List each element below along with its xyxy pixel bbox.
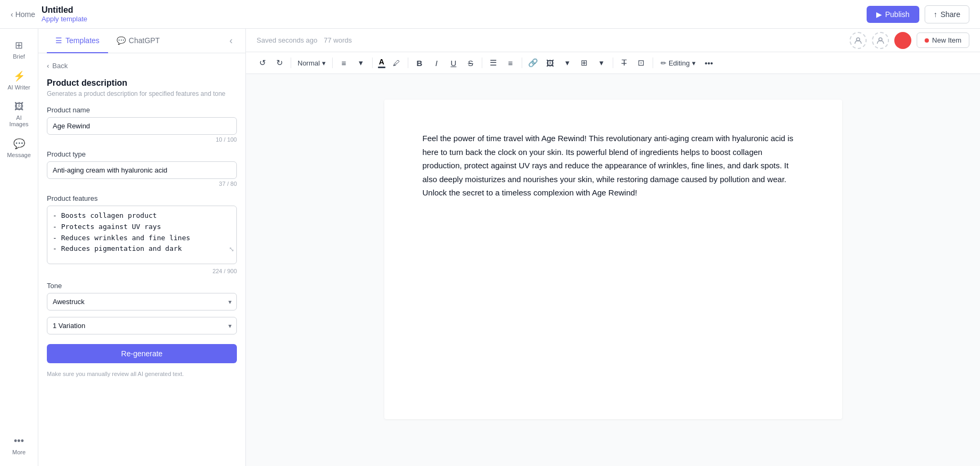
bold-button[interactable]: B [411,55,427,70]
title-section: Untitled Apply template [42,5,87,23]
product-type-char-count: 37 / 80 [47,181,237,187]
new-item-label: New Item [932,36,961,44]
editor-paragraph[interactable]: Feel the power of time travel with Age R… [423,132,804,200]
ordered-list-button[interactable]: ≡ [503,55,518,70]
table-button[interactable]: ⊞ [577,55,592,70]
text-color-button[interactable]: A [376,56,388,69]
top-bar-right: ▶ Publish ↑ Share [867,5,969,23]
variation-select[interactable]: 1 Variation 2 Variations 3 Variations [47,317,237,334]
link-button[interactable]: 🔗 [525,55,541,70]
text-color-a-icon: A [379,58,384,66]
editing-label: Editing [669,59,690,67]
tone-select[interactable]: Awestruck Casual Formal Inspirational [47,293,237,310]
highlight-icon: 🖊 [393,59,400,67]
italic-button[interactable]: I [429,55,444,70]
collapse-panel-button[interactable]: ‹ [225,35,237,46]
brief-label: Brief [13,53,25,60]
redo-button[interactable]: ↻ [271,55,287,70]
style-dropdown[interactable]: Normal ▾ [294,57,329,69]
variation-wrapper: 1 Variation 2 Variations 3 Variations ▾ [47,317,237,334]
left-panel: ☰ Templates 💬 ChatGPT ‹ ‹ Back Product d… [38,29,246,466]
more-label: More [12,449,26,455]
more-options-button[interactable]: ••• [701,55,717,70]
back-chevron-icon: ‹ [47,62,49,70]
tab-chatgpt[interactable]: 💬 ChatGPT [108,29,168,53]
share-button[interactable]: ↑ Share [925,5,969,23]
home-link[interactable]: ‹ Home [11,10,35,19]
sidebar-item-brief[interactable]: ⊞ Brief [3,35,35,64]
editor-topbar: Saved seconds ago 77 words [246,29,980,52]
main-layout: ⊞ Brief ⚡ AI Writer 🖼 AI Images 💬 Messag… [0,29,980,466]
user-avatar[interactable] [894,32,911,49]
editing-chevron-icon: ▾ [692,59,696,67]
icon-sidebar: ⊞ Brief ⚡ AI Writer 🖼 AI Images 💬 Messag… [0,29,38,466]
editing-mode-dropdown[interactable]: ✏ Editing ▾ [656,58,700,69]
publish-button[interactable]: ▶ Publish [867,6,919,23]
product-features-label: Product features [47,194,237,202]
align-dropdown[interactable]: ▾ [353,55,369,70]
product-type-input[interactable] [47,161,237,179]
share-icon: ↑ [934,10,937,19]
textarea-resize-handle[interactable]: ⤡ [226,244,237,255]
underline-button[interactable]: U [446,55,462,70]
tab-templates[interactable]: ☰ Templates [47,29,108,53]
strikethrough-button[interactable]: S [463,55,479,70]
highlight-button[interactable]: 🖊 [389,55,405,70]
product-features-char-count: 224 / 900 [47,268,237,274]
toolbar-divider-7 [613,58,613,68]
image-button[interactable]: 🖼 [542,55,558,70]
sidebar-item-more[interactable]: ••• More [3,431,35,460]
section-desc: Generates a product description for spec… [47,90,237,97]
product-features-input[interactable]: - Boosts collagen product - Protects aga… [47,206,237,264]
templates-tab-icon: ☰ [55,36,62,45]
publish-icon: ▶ [876,10,882,19]
chatgpt-tab-label: ChatGPT [129,36,160,45]
ai-images-label: AI Images [6,115,32,127]
regenerate-button[interactable]: Re-generate [47,344,237,363]
ai-writer-icon: ⚡ [13,70,25,82]
new-item-dot-icon [925,38,929,43]
variation-select-wrapper: 1 Variation 2 Variations 3 Variations ▾ [47,317,237,334]
text-color-underline [378,67,385,68]
editor-content[interactable]: Feel the power of time travel with Age R… [423,132,804,200]
panel-tabs: ☰ Templates 💬 ChatGPT ‹ [38,29,245,53]
embed-button[interactable]: ⊡ [633,55,649,70]
document-title[interactable]: Untitled [42,5,87,15]
share-label: Share [941,10,960,19]
tone-select-wrapper: Awestruck Casual Formal Inspirational ▾ [47,293,237,310]
special-chars-button[interactable]: T̶ [616,55,632,70]
chevron-left-icon: ‹ [11,10,13,19]
toolbar-divider-4 [408,58,408,68]
toolbar-divider-2 [332,58,333,68]
pencil-icon: ✏ [661,59,666,67]
ai-writer-label: AI Writer [7,84,30,91]
message-label: Message [7,152,31,158]
toolbar-divider-6 [522,58,522,68]
back-link[interactable]: ‹ Back [47,62,237,70]
editor-canvas[interactable]: Feel the power of time travel with Age R… [246,74,980,466]
toolbar-divider-3 [372,58,373,68]
templates-tab-label: Templates [65,36,100,45]
product-name-input[interactable] [47,117,237,135]
image-dropdown[interactable]: ▾ [559,55,575,70]
sidebar-item-ai-images[interactable]: 🖼 AI Images [3,97,35,132]
more-icon: ••• [14,436,24,447]
features-wrapper: - Boosts collagen product - Protects aga… [47,206,237,266]
toolbar-divider-1 [291,58,291,68]
undo-button[interactable]: ↺ [254,55,270,70]
product-name-char-count: 10 / 100 [47,136,237,143]
toolbar: ↺ ↻ Normal ▾ ≡ ▾ A 🖊 B I U S ☰ [246,52,980,74]
collaborator-avatar-2[interactable] [872,32,889,49]
home-label: Home [15,10,35,19]
top-bar-left: ‹ Home Untitled Apply template [11,5,87,23]
chatgpt-tab-icon: 💬 [117,36,126,45]
table-dropdown[interactable]: ▾ [594,55,610,70]
bullet-list-button[interactable]: ☰ [485,55,501,70]
new-item-button[interactable]: New Item [917,32,969,48]
sidebar-item-message[interactable]: 💬 Message [3,134,35,162]
collaborator-avatar-1[interactable] [850,32,867,49]
apply-template-link[interactable]: Apply template [42,15,87,23]
sidebar-item-ai-writer[interactable]: ⚡ AI Writer [3,66,35,95]
align-left-button[interactable]: ≡ [336,55,352,70]
editor-status: Saved seconds ago 77 words [257,36,352,44]
